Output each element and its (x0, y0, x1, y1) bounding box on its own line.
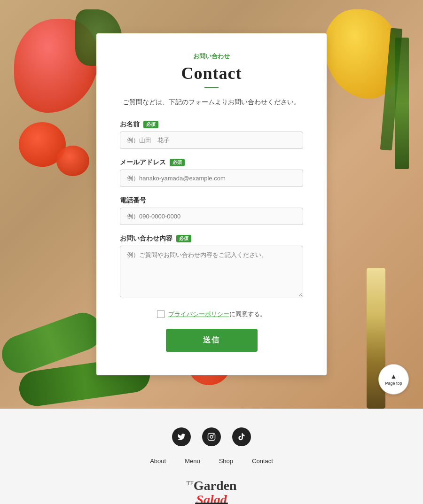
phone-input[interactable] (120, 208, 303, 225)
instagram-icon (207, 433, 216, 441)
contact-card: お問い合わせ Contact ご質問などは、下記のフォームよりお問い合わせくださ… (96, 33, 327, 376)
name-required-badge: 必須 (143, 121, 158, 128)
footer: About Menu Shop Contact TFGarden Salad ©… (0, 409, 423, 504)
footer-logo-garden: TFGarden (187, 479, 237, 493)
page-top-label: Page top (385, 381, 402, 386)
email-input[interactable] (120, 170, 303, 187)
contact-description: ご質問などは、下記のフォームよりお問い合わせください。 (120, 97, 303, 108)
page-top-arrow-icon: ▲ (391, 373, 397, 380)
name-label: お名前 必須 (120, 120, 303, 129)
contact-title: Contact (120, 63, 303, 83)
contact-subtitle: お問い合わせ (120, 52, 303, 61)
submit-button[interactable]: 送信 (166, 329, 258, 352)
page-top-button[interactable]: ▲ Page top (378, 364, 409, 395)
svg-rect-0 (208, 434, 215, 441)
message-required-badge: 必須 (176, 235, 191, 242)
name-field-group: お名前 必須 (120, 120, 303, 149)
phone-field-group: 電話番号 (120, 196, 303, 225)
message-field-group: お問い合わせ内容 必須 (120, 234, 303, 299)
email-required-badge: 必須 (170, 159, 185, 166)
tiktok-icon (237, 433, 246, 441)
instagram-icon-button[interactable] (202, 427, 221, 446)
footer-nav-menu[interactable]: Menu (185, 457, 200, 465)
footer-social-links (0, 427, 423, 446)
phone-label: 電話番号 (120, 196, 303, 205)
footer-nav-shop[interactable]: Shop (219, 457, 233, 465)
twitter-icon-button[interactable] (172, 427, 191, 446)
svg-point-2 (213, 434, 214, 435)
message-label: お問い合わせ内容 必須 (120, 234, 303, 243)
contact-form: お名前 必須 メールアドレス 必須 電話番号 (120, 120, 303, 352)
privacy-policy-link[interactable]: プライバシーポリシー (168, 310, 229, 318)
privacy-row: プライバシーポリシーに同意する。 (120, 310, 303, 318)
tiktok-icon-button[interactable] (232, 427, 251, 446)
footer-nav-about[interactable]: About (150, 457, 166, 465)
message-input[interactable] (120, 246, 303, 297)
svg-point-1 (210, 435, 213, 438)
privacy-checkbox[interactable] (157, 310, 164, 318)
footer-nav-contact[interactable]: Contact (252, 457, 273, 465)
footer-logo: TFGarden Salad (0, 479, 423, 504)
footer-nav: About Menu Shop Contact (0, 457, 423, 465)
privacy-agree-text: に同意する。 (229, 310, 266, 318)
title-underline (204, 87, 219, 88)
name-input[interactable] (120, 132, 303, 149)
email-label: メールアドレス 必須 (120, 158, 303, 167)
hero-section: お問い合わせ Contact ご質問などは、下記のフォームよりお問い合わせくださ… (0, 0, 423, 409)
email-field-group: メールアドレス 必須 (120, 158, 303, 187)
twitter-icon (177, 433, 186, 441)
